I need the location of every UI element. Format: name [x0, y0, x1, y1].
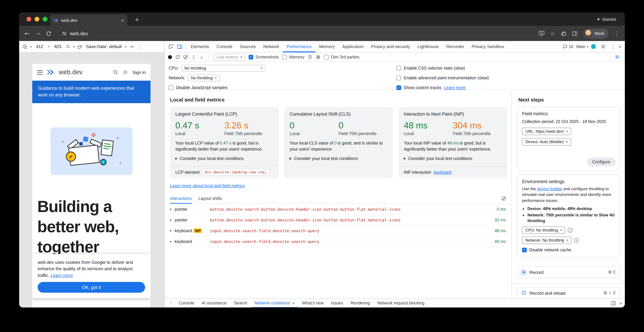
drawer-tab-console[interactable]: Console — [175, 298, 198, 308]
cpu-throttling-select[interactable]: No throttling ▾ — [182, 65, 266, 72]
tab-memory[interactable]: Memory — [315, 41, 338, 52]
row-expand-icon[interactable] — [170, 230, 172, 232]
issues-counter[interactable]: 16 — [562, 44, 573, 49]
theme-toggle-sun-icon[interactable] — [123, 70, 128, 75]
tab-lighthouse[interactable]: Lighthouse — [414, 41, 442, 52]
device-type-icon[interactable] — [22, 44, 27, 49]
cookie-accept-button[interactable]: OK, got it — [38, 282, 145, 293]
row-expand-icon[interactable] — [170, 219, 172, 221]
clear-log-icon[interactable] — [502, 196, 506, 200]
devtools-settings-gear-icon[interactable] — [599, 42, 608, 51]
record-icon[interactable] — [168, 55, 172, 59]
device-type-caret-icon[interactable]: ▾ — [30, 45, 32, 48]
row-expand-icon[interactable] — [170, 240, 172, 242]
collect-garbage-icon[interactable] — [308, 54, 312, 59]
viewport-width-input[interactable]: 412 — [35, 44, 44, 50]
browser-menu-kebab-icon[interactable]: ⋮ — [614, 31, 620, 36]
css-selector-stats-checkbox[interactable]: Enable CSS selector stats (slow) — [396, 64, 489, 72]
tab-recorder[interactable]: Recorder — [442, 41, 468, 52]
disable-network-cache-checkbox[interactable]: Disable network cache — [522, 248, 615, 252]
device-toolbar-link[interactable]: device toolbar — [537, 186, 562, 191]
tab-application[interactable]: Application — [338, 41, 367, 52]
lcp-element-chip[interactable]: div.devsite-landing-row-item-d… — [202, 169, 270, 176]
panel-settings-gear-icon[interactable] — [613, 52, 622, 61]
zoom-icon[interactable] — [66, 44, 70, 49]
tab-layout-shifts[interactable]: Layout shifts — [198, 194, 222, 204]
zoom-caret-icon[interactable]: ▾ — [73, 45, 74, 48]
cookie-learn-more-link[interactable]: Learn more — [51, 273, 73, 278]
lcp-consider-expander[interactable]: Consider your local test conditions — [175, 156, 274, 161]
field-url-select[interactable]: URL: https://web.dev/▾ — [522, 128, 571, 135]
tab-sources[interactable]: Sources — [236, 41, 260, 52]
clear-icon[interactable] — [184, 55, 188, 59]
log-row[interactable]: pointer button.devsite-search-button.dev… — [170, 215, 506, 226]
screenshots-checkbox[interactable]: Screenshots — [248, 54, 279, 59]
row-expand-icon[interactable] — [170, 208, 172, 210]
log-row[interactable]: pointer button.devsite-search-button.dev… — [170, 204, 506, 215]
maximize-window-button[interactable] — [43, 17, 47, 22]
capture-settings-icon[interactable] — [316, 54, 320, 59]
new-tab-button[interactable]: + — [132, 15, 142, 25]
record-and-reload-button[interactable]: Record and reload ⌘ ⇧ E — [517, 287, 620, 298]
record-button[interactable]: Record ⌘ E — [517, 266, 620, 278]
back-button[interactable]: ← — [24, 30, 30, 36]
devtools-kebab-icon[interactable]: ⋮ — [610, 44, 616, 50]
tab-elements[interactable]: Elements — [187, 41, 213, 52]
env-cpu-select[interactable]: CPU: No throttling▾ — [522, 226, 565, 234]
cls-consider-expander[interactable]: Consider your local test conditions — [290, 156, 388, 161]
env-network-select[interactable]: Network: No throttling▾ — [522, 236, 572, 244]
inp-interaction-link[interactable]: keyboard — [434, 170, 451, 174]
bookmark-star-icon[interactable]: ☆ — [550, 30, 556, 37]
js-context-select[interactable]: Main ▾ — [576, 44, 588, 49]
tab-close-icon[interactable]: × — [121, 17, 124, 23]
dim-3rd-parties-checkbox[interactable]: Dim 3rd parties — [324, 54, 360, 59]
promo-banner[interactable]: Guidance to build modern web experiences… — [32, 81, 150, 103]
tab-interactions[interactable]: Interactions — [170, 194, 192, 204]
save-data-select[interactable]: 'Save-Data': default — [85, 44, 122, 49]
inspect-element-icon[interactable] — [167, 42, 175, 51]
sign-in-button[interactable]: Sign in — [132, 70, 146, 75]
memory-checkbox[interactable]: Memory — [282, 54, 304, 59]
hamburger-menu-icon[interactable] — [37, 70, 43, 74]
drawer-tab-network-request-blocking[interactable]: Network request blocking — [374, 298, 428, 308]
site-logo-text[interactable]: web.dev — [59, 68, 83, 76]
record-reload-icon[interactable] — [175, 54, 180, 59]
extensions-icon[interactable] — [561, 31, 566, 36]
device-toolbar-kebab-icon[interactable]: ⋮ — [137, 44, 142, 49]
tab-privacy-security[interactable]: Privacy and security — [367, 41, 414, 52]
rotate-icon[interactable] — [78, 44, 82, 49]
drawer-close-icon[interactable]: × — [619, 300, 622, 306]
install-icon[interactable] — [538, 30, 544, 36]
drawer-menu-kebab-icon[interactable]: ⋮ — [167, 300, 175, 306]
device-toolbar-toggle-icon[interactable] — [175, 42, 184, 51]
custom-tracks-learn-more-link[interactable]: Learn more — [444, 85, 466, 90]
tab-network[interactable]: Network — [260, 41, 283, 52]
tab-console[interactable]: Console — [213, 41, 236, 52]
viewport-height-input[interactable]: 823 — [53, 44, 63, 50]
dock-panel-icon[interactable] — [611, 300, 616, 306]
network-info-icon[interactable] — [574, 238, 579, 242]
drawer-tab-search[interactable]: Search — [230, 298, 250, 308]
network-throttling-select[interactable]: No throttling ▾ — [188, 74, 220, 81]
close-window-button[interactable] — [26, 17, 31, 22]
configure-button[interactable]: Configure — [587, 158, 616, 166]
address-bar[interactable]: web.dev — [62, 31, 533, 36]
save-data-caret-icon[interactable]: ▾ — [125, 45, 126, 48]
minimize-window-button[interactable] — [34, 17, 39, 22]
paint-instrumentation-checkbox[interactable]: Enable advanced paint instrumentation (s… — [396, 74, 489, 82]
tab-performance[interactable]: Performance — [283, 41, 316, 52]
drawer-tab-issues[interactable]: Issues — [328, 298, 346, 308]
site-settings-tune-icon[interactable] — [62, 31, 67, 36]
metrics-learn-more-link[interactable]: Learn more about local and field metrics — [170, 184, 245, 188]
save-profile-icon[interactable] — [199, 54, 204, 59]
webdev-logo-icon[interactable] — [47, 69, 54, 75]
drawer-tab-rendering[interactable]: Rendering — [347, 298, 373, 308]
devtools-close-icon[interactable]: × — [618, 44, 622, 49]
cpu-info-icon[interactable] — [568, 228, 572, 232]
field-device-select[interactable]: Device: Auto (Mobile)▾ — [522, 138, 571, 146]
inp-consider-expander[interactable]: Consider your local test conditions — [404, 156, 502, 161]
load-profile-icon[interactable] — [191, 54, 196, 59]
tab-privacy-sandbox[interactable]: Privacy Sandbox — [468, 41, 508, 52]
drawer-tab-network-conditions[interactable]: Network conditions × — [251, 298, 298, 308]
throttling-gauge-icon[interactable] — [129, 44, 134, 49]
